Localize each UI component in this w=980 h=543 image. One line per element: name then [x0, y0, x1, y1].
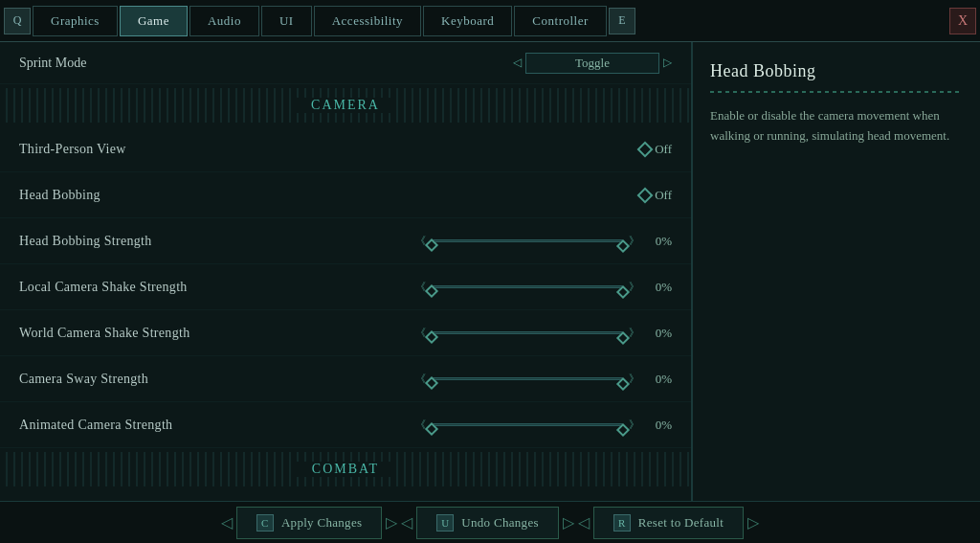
main-area: Sprint Mode ◁ Toggle ▷ Camera Third-Pers…: [0, 42, 980, 501]
world-camera-shake-control[interactable]: 《 》 0%: [415, 324, 672, 343]
bracket-right-apply: ▷: [386, 513, 397, 532]
tab-ui[interactable]: UI: [261, 6, 312, 36]
slider-right-arrow-4[interactable]: 》: [629, 372, 639, 386]
slider-left-arrow-3[interactable]: 《: [415, 326, 426, 340]
action-bar: ◁ C Apply Changes ▷ ◁ U Undo Changes ▷ ◁…: [0, 501, 980, 543]
camera-section-label: Camera: [296, 98, 395, 113]
slider-track: [432, 239, 623, 242]
slider-diamond-left-5: [425, 422, 438, 436]
third-person-view-value: Off: [655, 142, 672, 157]
camera-sway-label: Camera Sway Strength: [19, 372, 415, 387]
setting-row-third-person-view[interactable]: Third-Person View Off: [0, 126, 691, 172]
sprint-mode-control[interactable]: ◁ Toggle ▷: [513, 53, 672, 74]
tab-controller[interactable]: Controller: [514, 6, 606, 36]
world-camera-shake-label: World Camera Shake Strength: [19, 326, 415, 341]
world-camera-shake-value: 0%: [645, 326, 672, 341]
bracket-left-undo: ◁: [401, 513, 412, 532]
setting-row-world-camera-shake[interactable]: World Camera Shake Strength 《 》 0%: [0, 310, 691, 356]
slider-left-arrow[interactable]: 《: [415, 234, 426, 248]
combat-section-label: Combat: [297, 462, 394, 477]
setting-row-head-bobbing[interactable]: Head Bobbing Off: [0, 172, 691, 218]
toggle-diamond-icon-2: [637, 187, 654, 203]
tab-accessibility[interactable]: Accessibility: [314, 6, 421, 36]
third-person-view-control[interactable]: Off: [639, 142, 672, 157]
local-camera-shake-control[interactable]: 《 》 0%: [415, 278, 672, 297]
reset-to-default-button[interactable]: R Reset to Default: [593, 507, 744, 539]
undo-label: Undo Changes: [461, 515, 539, 531]
camera-sway-control[interactable]: 《 》 0%: [415, 370, 672, 389]
tab-keyboard[interactable]: Keyboard: [423, 6, 512, 36]
camera-section-header: Camera: [0, 88, 691, 123]
setting-row-auto-activate[interactable]: Auto Activate Companion Abilities On: [0, 490, 691, 501]
tab-audio[interactable]: Audio: [189, 6, 259, 36]
tab-game[interactable]: Game: [120, 6, 188, 36]
animated-camera-label: Animated Camera Strength: [19, 418, 415, 433]
undo-key: U: [436, 514, 454, 532]
setting-row-local-camera-shake[interactable]: Local Camera Shake Strength 《 》 0%: [0, 264, 691, 310]
head-bobbing-strength-label: Head Bobbing Strength: [19, 234, 415, 249]
slider-right-arrow[interactable]: 》: [629, 234, 639, 248]
toggle-diamond-icon: [637, 141, 654, 157]
slider-diamond-left-2: [425, 284, 438, 298]
undo-changes-button[interactable]: U Undo Changes: [416, 507, 559, 539]
slider-diamond-right-3: [616, 331, 630, 345]
bracket-left-reset: ◁: [578, 513, 590, 532]
tab-graphics[interactable]: Graphics: [33, 6, 118, 36]
slider-track-2: [432, 285, 623, 288]
settings-panel: Sprint Mode ◁ Toggle ▷ Camera Third-Pers…: [0, 42, 693, 501]
camera-sway-value: 0%: [645, 372, 672, 387]
slider-track-4: [432, 377, 623, 380]
local-camera-shake-label: Local Camera Shake Strength: [19, 280, 415, 295]
slider-right-arrow-5[interactable]: 》: [629, 418, 639, 432]
slider-track-wrapper-2[interactable]: [432, 278, 623, 297]
animated-camera-control[interactable]: 《 》 0%: [415, 416, 672, 435]
info-divider: [710, 91, 963, 93]
slider-track-wrapper-5[interactable]: [432, 416, 623, 435]
apply-label: Apply Changes: [281, 515, 362, 531]
slider-diamond-right: [616, 239, 630, 253]
head-bobbing-label: Head Bobbing: [19, 188, 639, 203]
setting-row-camera-sway[interactable]: Camera Sway Strength 《 》 0%: [0, 356, 691, 402]
slider-diamond-right-2: [616, 285, 630, 299]
slider-track-wrapper-4[interactable]: [432, 370, 623, 389]
head-bobbing-strength-value: 0%: [645, 234, 672, 249]
bracket-right-undo: ▷: [563, 513, 574, 532]
nav-key-right[interactable]: E: [609, 8, 635, 34]
slider-diamond-left-3: [425, 330, 438, 344]
head-bobbing-control[interactable]: Off: [639, 188, 672, 203]
slider-right-arrow-2[interactable]: 》: [629, 280, 639, 294]
bracket-left-apply: ◁: [221, 513, 233, 532]
slider-track-3: [432, 331, 623, 334]
apply-changes-button[interactable]: C Apply Changes: [236, 507, 382, 539]
slider-track-wrapper-3[interactable]: [432, 324, 623, 343]
reset-label: Reset to Default: [638, 515, 724, 531]
head-bobbing-strength-control[interactable]: 《 》 0%: [415, 232, 672, 251]
setting-row-animated-camera[interactable]: Animated Camera Strength 《 》 0%: [0, 402, 691, 448]
slider-track-wrapper[interactable]: [432, 232, 623, 251]
slider-left-arrow-4[interactable]: 《: [415, 372, 426, 386]
slider-diamond-left-4: [425, 376, 438, 390]
local-camera-shake-value: 0%: [645, 280, 672, 295]
setting-row-sprint-mode: Sprint Mode ◁ Toggle ▷: [0, 42, 691, 84]
close-button[interactable]: X: [949, 8, 976, 34]
settings-scroll: Sprint Mode ◁ Toggle ▷ Camera Third-Pers…: [0, 42, 691, 501]
apply-key: C: [256, 514, 274, 532]
slider-left-arrow-5[interactable]: 《: [415, 418, 426, 432]
head-bobbing-value: Off: [655, 188, 672, 203]
bracket-right-reset: ▷: [747, 513, 759, 532]
combat-section-header: Combat: [0, 452, 691, 486]
slider-diamond-right-5: [616, 423, 630, 437]
sprint-arrow-right[interactable]: ▷: [663, 56, 672, 70]
nav-key-left[interactable]: Q: [4, 8, 31, 34]
slider-right-arrow-3[interactable]: 》: [629, 326, 639, 340]
nav-bar: Q Graphics Game Audio UI Accessibility K…: [0, 0, 980, 42]
setting-row-head-bobbing-strength[interactable]: Head Bobbing Strength 《 》 0%: [0, 218, 691, 264]
info-title: Head Bobbing: [710, 61, 963, 81]
sprint-arrow-left[interactable]: ◁: [513, 56, 522, 70]
slider-left-arrow-2[interactable]: 《: [415, 280, 426, 294]
animated-camera-value: 0%: [645, 418, 672, 433]
sprint-mode-value: Toggle: [525, 53, 659, 74]
sprint-mode-label: Sprint Mode: [19, 56, 513, 71]
slider-track-5: [432, 423, 623, 426]
reset-key: R: [613, 514, 631, 532]
